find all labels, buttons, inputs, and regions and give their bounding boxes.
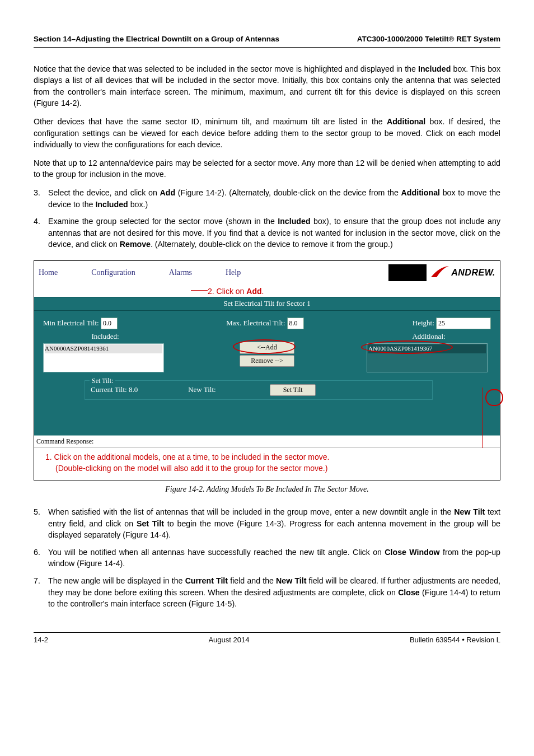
set-tilt-group: Set Tilt: Current Tilt: 8.0 New Tilt: Se… xyxy=(85,380,433,400)
remove-button[interactable]: Remove --> xyxy=(240,355,294,367)
max-tilt-group: Max. Electrical Tilt: 8.0 xyxy=(226,318,303,329)
min-tilt-value[interactable]: 0.0 xyxy=(101,318,118,329)
highlight-right-icon xyxy=(485,389,503,406)
step-4: 4. Examine the group selected for the se… xyxy=(34,216,500,250)
steps-list-top: 3. Select the device, and click on Add (… xyxy=(34,187,500,250)
figure-caption: Figure 14-2. Adding Models To Be Include… xyxy=(34,484,500,495)
included-item[interactable]: AN0000ASZP081419361 xyxy=(45,344,162,353)
included-listbox[interactable]: AN0000ASZP081419361 xyxy=(43,343,164,372)
footer-bulletin: Bulletin 639544 • Revision L xyxy=(410,635,500,646)
height-value[interactable]: 25 xyxy=(436,318,491,329)
brand-logo: ANDREW. xyxy=(388,263,495,282)
steps-list-bottom: 5. When satisfied with the list of anten… xyxy=(34,506,500,610)
max-tilt-value[interactable]: 8.0 xyxy=(287,318,304,329)
set-tilt-button[interactable]: Set Tilt xyxy=(270,384,316,396)
header-right: ATC300-1000/2000 Teletilt® RET System xyxy=(357,34,500,45)
app-menubar: Home Configuration Alarms Help ANDREW. xyxy=(34,261,500,284)
page-footer: 14-2 August 2014 Bulletin 639544 • Revis… xyxy=(34,632,500,646)
additional-item[interactable]: AN0000ASZP081419367 xyxy=(368,344,486,353)
menu-configuration[interactable]: Configuration xyxy=(91,267,135,278)
paragraph-3: Note that up to 12 antenna/device pairs … xyxy=(34,157,500,180)
new-tilt-input[interactable] xyxy=(218,385,219,394)
figure-14-2: Home Configuration Alarms Help ANDREW. 2… xyxy=(34,260,500,480)
included-label: Included: xyxy=(43,332,167,342)
min-tilt-label: Min Electrical Tilt: xyxy=(43,319,101,327)
panel-title: Set Electrical Tilt for Sector 1 xyxy=(34,297,500,311)
new-tilt-label: New Tilt: xyxy=(188,385,216,394)
menu-alarms[interactable]: Alarms xyxy=(169,267,192,278)
footer-page: 14-2 xyxy=(34,635,48,646)
step-6: 6. You will be notified when all antenna… xyxy=(34,547,500,570)
additional-listbox[interactable]: AN0000ASZP081419367 xyxy=(367,343,488,372)
step-7: 7. The new angle will be displayed in th… xyxy=(34,575,500,610)
height-group: Height: 25 xyxy=(413,318,491,329)
header-left: Section 14–Adjusting the Electrical Down… xyxy=(34,34,279,45)
min-tilt-group: Min Electrical Tilt: 0.0 xyxy=(43,318,118,329)
step-5: 5. When satisfied with the list of anten… xyxy=(34,506,500,541)
footer-date: August 2014 xyxy=(208,635,249,646)
callout-1: 1. Click on the additional models, one a… xyxy=(34,447,500,480)
callout-2: 2. Click on Add. xyxy=(208,286,264,297)
set-tilt-legend: Set Tilt: xyxy=(90,376,115,386)
menu-help[interactable]: Help xyxy=(226,267,241,278)
add-button[interactable]: <--Add xyxy=(240,342,294,353)
menu-home[interactable]: Home xyxy=(39,267,58,278)
andrew-swoosh-icon xyxy=(430,265,450,281)
paragraph-1: Notice that the device that was selected… xyxy=(34,63,500,109)
current-tilt-label: Current Tilt: xyxy=(91,385,129,394)
max-tilt-label: Max. Electrical Tilt: xyxy=(226,319,287,327)
tilt-panel: Min Electrical Tilt: 0.0 Max. Electrical… xyxy=(34,311,500,435)
paragraph-2: Other devices that have the same sector … xyxy=(34,116,500,151)
logo-text: ANDREW. xyxy=(451,266,495,279)
step-3: 3. Select the device, and click on Add (… xyxy=(34,187,500,210)
current-tilt-value[interactable]: 8.0 xyxy=(129,385,138,394)
height-label: Height: xyxy=(413,319,436,327)
page-header: Section 14–Adjusting the Electrical Down… xyxy=(34,34,500,48)
command-response-label: Command Response: xyxy=(34,435,500,447)
additional-label: Additional: xyxy=(367,332,491,342)
logo-black-box xyxy=(388,264,427,281)
